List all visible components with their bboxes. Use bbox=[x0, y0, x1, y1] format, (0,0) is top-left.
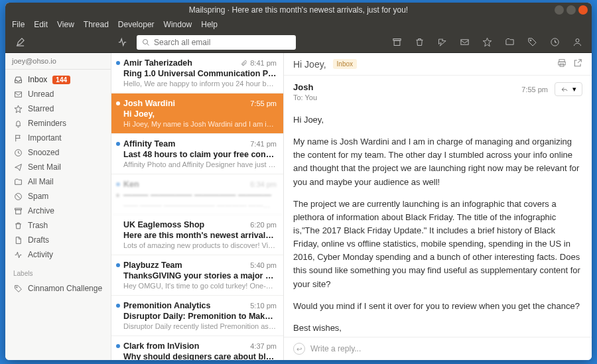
mail-snippet: Hello, We are happy to inform you 24 hou… bbox=[123, 80, 277, 88]
sidebar-item-activity[interactable]: Activity bbox=[5, 247, 111, 262]
sidebar-item-sent-mail[interactable]: Sent Mail bbox=[5, 160, 111, 174]
reader-from: Josh bbox=[293, 82, 317, 92]
move-button[interactable] bbox=[501, 34, 517, 50]
minimize-button[interactable] bbox=[555, 5, 564, 15]
activity-icon[interactable] bbox=[114, 34, 130, 50]
tag-icon bbox=[13, 284, 23, 293]
sidebar-item-inbox[interactable]: Inbox 144 bbox=[5, 72, 111, 87]
app-window: Mailspring · Here are this month's newes… bbox=[5, 3, 592, 360]
archive-icon bbox=[13, 206, 23, 215]
sidebar-item-label: Starred bbox=[28, 104, 54, 113]
maximize-button[interactable] bbox=[566, 5, 576, 15]
menu-developer[interactable]: Developer bbox=[118, 20, 155, 29]
popout-icon[interactable] bbox=[573, 58, 582, 70]
label-item[interactable]: Cinnamon Challenge bbox=[5, 281, 111, 296]
mail-snippet: Disruptor Daily recently listed Premonit… bbox=[123, 322, 277, 330]
archive-button[interactable] bbox=[389, 34, 405, 50]
mail-sender: Playbuzz Team bbox=[123, 261, 182, 270]
mail-item[interactable]: Clark from InVision 4:37 pm Why should d… bbox=[111, 336, 283, 360]
print-icon[interactable] bbox=[557, 58, 566, 70]
account-button[interactable] bbox=[569, 34, 585, 50]
titlebar: Mailspring · Here are this month's newes… bbox=[5, 3, 592, 17]
reader-tag[interactable]: Inbox bbox=[333, 59, 357, 69]
mail-snippet: —— ——— ——————— ———— ———— ——— —— bbox=[123, 201, 277, 209]
mail-snippet: Lots of amazing new products to discover… bbox=[123, 241, 277, 249]
reader-time: 7:55 pm bbox=[521, 86, 548, 93]
mail-sender: UK Eaglemoss Shop bbox=[123, 220, 204, 229]
body-close1: Best wishes, bbox=[293, 323, 342, 333]
mail-sender: Affinity Team bbox=[123, 139, 175, 149]
star-icon bbox=[13, 104, 23, 113]
menu-view[interactable]: View bbox=[57, 20, 74, 29]
sidebar-item-trash[interactable]: Trash bbox=[5, 218, 111, 233]
trash-button[interactable] bbox=[411, 34, 427, 50]
mail-time: 5:10 pm bbox=[250, 302, 277, 310]
draft-icon bbox=[13, 235, 23, 245]
mail-subject: ——— ————— ————— ———— bbox=[123, 190, 277, 200]
quick-reply[interactable]: ↩ Write a reply... bbox=[284, 337, 592, 360]
sidebar-item-spam[interactable]: Spam bbox=[5, 189, 111, 204]
sidebar-item-label: Trash bbox=[28, 221, 48, 230]
account-label[interactable]: joey@ohso.io bbox=[5, 53, 111, 70]
sidebar-item-archive[interactable]: Archive bbox=[5, 204, 111, 218]
menu-edit[interactable]: Edit bbox=[34, 20, 48, 29]
snooze-button[interactable] bbox=[547, 34, 563, 50]
send-icon bbox=[13, 162, 23, 172]
mail-item[interactable]: Playbuzz Team 5:40 pm ThanksGIVING your … bbox=[111, 255, 283, 296]
mail-time: 6:20 pm bbox=[250, 221, 277, 229]
star-button[interactable] bbox=[479, 34, 495, 50]
mail-time: 8:41 pm bbox=[241, 59, 277, 67]
sidebar-item-label: Archive bbox=[28, 206, 54, 215]
unread-button[interactable] bbox=[456, 34, 472, 50]
compose-button[interactable] bbox=[12, 34, 28, 50]
flag-icon bbox=[13, 133, 23, 143]
labels-header: Labels bbox=[5, 265, 111, 278]
close-button[interactable] bbox=[578, 5, 588, 15]
mail-item[interactable]: Josh Wardini 7:55 pm Hi Joey, Hi Joey, M… bbox=[111, 93, 283, 134]
sidebar-item-important[interactable]: Important bbox=[5, 131, 111, 145]
label-button[interactable] bbox=[524, 34, 540, 50]
mail-subject: Hi Joey, bbox=[123, 109, 277, 119]
mail-subject: Here are this month's newest arrivals, j… bbox=[123, 231, 277, 240]
trash-icon bbox=[13, 221, 23, 230]
reader-body: Hi Joey, My name is Josh Wardini and I a… bbox=[284, 108, 592, 337]
sidebar-item-snoozed[interactable]: Snoozed bbox=[5, 145, 111, 160]
menu-thread[interactable]: Thread bbox=[84, 20, 109, 29]
mail-item[interactable]: Amir Taherizadeh 8:41 pm Ring 1.0 Univer… bbox=[111, 53, 283, 93]
sidebar-item-reminders[interactable]: Reminders bbox=[5, 116, 111, 131]
reply-button[interactable]: ▾ bbox=[555, 82, 582, 96]
bell-icon bbox=[13, 119, 23, 128]
sidebar-item-drafts[interactable]: Drafts bbox=[5, 233, 111, 247]
unread-dot bbox=[116, 263, 120, 267]
unread-dot bbox=[116, 344, 120, 348]
menu-window[interactable]: Window bbox=[164, 20, 192, 29]
reading-pane: Hi Joey, Inbox Josh To: You 7:55 pm bbox=[284, 53, 592, 360]
sidebar-badge: 144 bbox=[52, 76, 70, 84]
sidebar: joey@ohso.io Inbox 144 Unread Starred Re… bbox=[5, 53, 111, 360]
attachment-icon bbox=[241, 60, 247, 66]
svg-rect-13 bbox=[559, 60, 564, 62]
menu-file[interactable]: File bbox=[12, 20, 25, 29]
search-box[interactable] bbox=[137, 35, 296, 50]
svg-rect-7 bbox=[15, 91, 21, 97]
mail-item[interactable]: Premonition Analytics 5:10 pm Disruptor … bbox=[111, 296, 283, 336]
mail-item[interactable]: ★ Ken 6:34 pm ——— ————— ————— ———— —— ——… bbox=[111, 174, 283, 215]
menu-help[interactable]: Help bbox=[201, 20, 218, 29]
search-input[interactable] bbox=[154, 38, 291, 47]
star-icon: ★ bbox=[115, 192, 121, 199]
mail-snippet: Affinity Photo and Affinity Designer hav… bbox=[123, 160, 277, 168]
label-text: Cinnamon Challenge bbox=[28, 284, 102, 293]
spam-button[interactable] bbox=[434, 34, 450, 50]
sidebar-item-label: Unread bbox=[28, 90, 54, 99]
sidebar-item-label: Inbox bbox=[28, 75, 47, 84]
sidebar-item-unread[interactable]: Unread bbox=[5, 87, 111, 101]
mail-subject: Disruptor Daily: Premonition to Make Wav… bbox=[123, 312, 277, 321]
mail-time: 4:37 pm bbox=[250, 342, 277, 350]
mail-item[interactable]: Affinity Team 7:41 pm Last 48 hours to c… bbox=[111, 134, 283, 174]
body-p2: The project we are currently launching i… bbox=[293, 198, 582, 291]
sidebar-item-all-mail[interactable]: All Mail bbox=[5, 174, 111, 189]
mail-item[interactable]: UK Eaglemoss Shop 6:20 pm Here are this … bbox=[111, 215, 283, 255]
mail-subject: ThanksGIVING your stories a major upgrad… bbox=[123, 271, 277, 280]
reply-placeholder: Write a reply... bbox=[310, 344, 361, 353]
sidebar-item-starred[interactable]: Starred bbox=[5, 101, 111, 116]
